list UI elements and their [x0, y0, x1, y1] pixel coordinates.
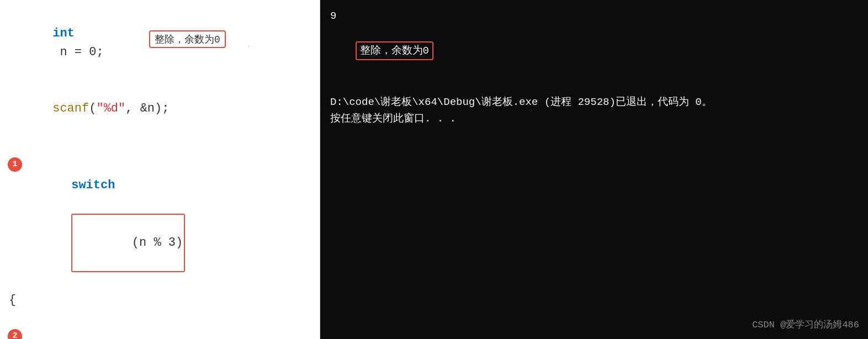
- code-text: (: [89, 102, 96, 115]
- annotation-label: 整除，余数为0: [149, 30, 226, 48]
- terminal-panel: 9 整除，余数为0 D:\code\谢老板\x64\Debug\谢老板.exe …: [320, 0, 868, 339]
- keyword-int: int: [52, 27, 75, 40]
- string-format: "%d": [96, 102, 125, 115]
- annotation-arrow: [248, 46, 320, 118]
- code-text: n = 0;: [52, 45, 103, 59]
- code-text: (n % 3): [132, 236, 183, 250]
- annotation-container: 整除，余数为0: [149, 30, 226, 48]
- terminal-blank: [330, 77, 858, 94]
- output-highlight-box: 整除，余数为0: [356, 41, 433, 60]
- terminal-exit-line1: D:\code\谢老板\x64\Debug\谢老板.exe (进程 29528)…: [330, 94, 858, 110]
- badge-2: 2: [8, 329, 22, 339]
- code-text: , &n);: [125, 102, 169, 115]
- code-text: [71, 197, 78, 211]
- keyword-switch: switch: [71, 178, 115, 192]
- function-scanf: scanf: [52, 102, 89, 115]
- badge-1: 1: [8, 157, 22, 172]
- terminal-input: 9: [330, 8, 858, 24]
- switch-condition-highlight: (n % 3): [71, 214, 185, 272]
- watermark: CSDN @爱学习的汤姆486: [752, 317, 859, 332]
- terminal-output-highlighted: 整除，余数为0: [330, 24, 858, 77]
- code-panel: int n = 0; scanf("%d", &n); 1 switch (n …: [0, 0, 320, 339]
- terminal-exit-line2: 按任意键关闭此窗口. . .: [330, 110, 858, 127]
- code-text: {: [9, 293, 16, 307]
